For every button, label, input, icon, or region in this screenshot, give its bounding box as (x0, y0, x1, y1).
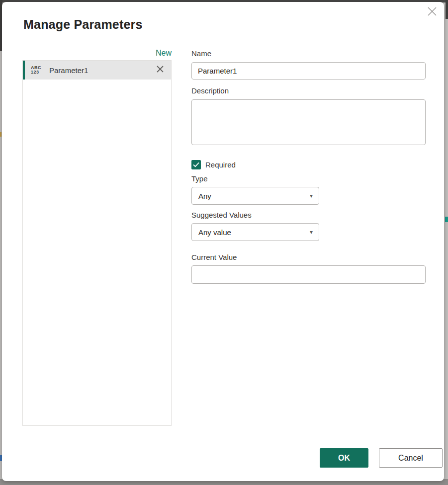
suggested-values-dropdown[interactable]: Any value ▾ (191, 223, 319, 241)
description-label: Description (191, 86, 229, 95)
parameter-list-panel: ABC 123 Parameter1 (22, 60, 172, 426)
chevron-down-icon: ▾ (310, 192, 313, 199)
current-value-input[interactable] (191, 265, 426, 284)
type-label: Type (191, 174, 208, 183)
backdrop-right-strip (446, 0, 448, 19)
type-dropdown[interactable]: Any ▾ (191, 187, 319, 205)
any-type-icon: ABC 123 (31, 66, 41, 75)
check-icon (193, 161, 199, 169)
dialog-title: Manage Parameters (23, 17, 143, 32)
required-label: Required (205, 161, 236, 169)
chevron-down-icon: ▾ (310, 229, 313, 236)
name-input[interactable] (191, 62, 426, 80)
suggested-values-label: Suggested Values (191, 211, 252, 219)
backdrop-artifact (0, 132, 1, 137)
parameter-list-item[interactable]: ABC 123 Parameter1 (23, 61, 171, 80)
x-icon (156, 65, 164, 75)
new-parameter-link[interactable]: New (22, 49, 172, 58)
cancel-button[interactable]: Cancel (379, 448, 443, 468)
type-dropdown-value: Any (198, 192, 310, 200)
description-textarea[interactable] (191, 99, 426, 145)
selected-accent-bar (23, 61, 25, 80)
required-checkbox[interactable] (191, 160, 201, 169)
close-icon (427, 6, 438, 19)
suggested-values-dropdown-value: Any value (198, 228, 310, 237)
backdrop-artifact (445, 217, 448, 222)
ok-button[interactable]: OK (320, 448, 368, 468)
delete-parameter-button[interactable] (155, 65, 165, 75)
current-value-label: Current Value (191, 253, 237, 261)
manage-parameters-dialog: Manage Parameters New ABC 123 Parameter1… (2, 2, 444, 481)
required-checkbox-row[interactable]: Required (191, 160, 236, 169)
name-label: Name (191, 49, 211, 58)
close-button[interactable] (426, 6, 439, 19)
parameter-item-label: Parameter1 (49, 66, 88, 75)
